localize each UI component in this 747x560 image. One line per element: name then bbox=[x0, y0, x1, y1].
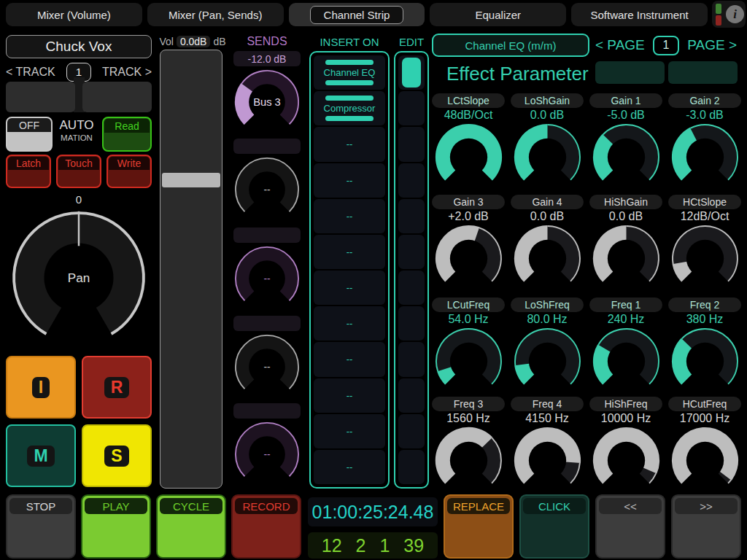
replace-button[interactable]: REPLACE bbox=[444, 494, 514, 559]
edit-cell[interactable] bbox=[398, 199, 425, 233]
send-knob[interactable]: -- bbox=[233, 245, 301, 312]
page-next-button[interactable] bbox=[668, 61, 738, 84]
param-value: 10000 Hz bbox=[589, 411, 662, 426]
bars-beats-display: 12 2 1 39 bbox=[308, 532, 438, 559]
stop-button[interactable]: STOP bbox=[6, 494, 76, 559]
effect-device-button[interactable]: Channel EQ (m/m) bbox=[432, 34, 589, 57]
insert-slot-empty[interactable]: -- bbox=[314, 199, 385, 233]
param-knob[interactable] bbox=[434, 122, 503, 192]
volume-fader-column: Vol 0.0dB dB bbox=[159, 35, 226, 48]
param-value: 4150 Hz bbox=[511, 411, 584, 426]
param-knob[interactable] bbox=[434, 426, 503, 495]
edit-column: EDIT bbox=[394, 35, 429, 48]
param-knob[interactable] bbox=[592, 224, 661, 293]
send-knob[interactable]: -- bbox=[233, 156, 301, 223]
edit-cell[interactable] bbox=[398, 127, 425, 161]
tab-equalizer[interactable]: Equalizer bbox=[430, 3, 566, 26]
automation-read-button[interactable]: Read bbox=[102, 117, 152, 152]
edit-cell[interactable] bbox=[398, 55, 425, 90]
insert-slot-compressor[interactable]: Compressor bbox=[314, 91, 385, 125]
param-knob[interactable] bbox=[670, 327, 740, 396]
insert-slot-channel-eq[interactable]: Channel EQ bbox=[314, 55, 385, 90]
tab-channel-strip[interactable]: Channel Strip bbox=[289, 3, 425, 26]
edit-cell[interactable] bbox=[398, 450, 425, 484]
param-knob[interactable] bbox=[592, 122, 661, 192]
param-value: 380 Hz bbox=[668, 312, 741, 327]
play-button[interactable]: PLAY bbox=[81, 494, 151, 559]
rewind-button[interactable]: << bbox=[595, 494, 665, 559]
input-monitor-button[interactable]: I bbox=[6, 356, 76, 419]
insert-on-bar bbox=[325, 60, 374, 65]
param-knob[interactable] bbox=[513, 426, 582, 495]
volume-fader-track[interactable] bbox=[160, 50, 222, 489]
edit-cell[interactable] bbox=[398, 342, 425, 376]
param-knob[interactable] bbox=[434, 224, 503, 293]
insert-slot-empty[interactable]: -- bbox=[314, 378, 385, 413]
insert-slot-empty[interactable]: -- bbox=[314, 306, 385, 341]
insert-slot-empty[interactable]: -- bbox=[314, 163, 385, 198]
edit-cell[interactable] bbox=[398, 271, 425, 305]
param-knob[interactable] bbox=[513, 224, 582, 293]
info-icon[interactable]: i bbox=[726, 5, 744, 23]
insert-column: INSERT ON Channel EQ Compressor -- -- --… bbox=[309, 35, 390, 48]
track-prev-button[interactable] bbox=[6, 82, 75, 112]
send-knob[interactable]: Bus 3 bbox=[233, 69, 301, 136]
solo-button[interactable]: S bbox=[82, 424, 152, 487]
automation-read-label: Read bbox=[104, 119, 150, 133]
green-level-bar bbox=[716, 4, 721, 14]
param-knob[interactable] bbox=[670, 122, 740, 192]
edit-cell[interactable] bbox=[398, 414, 425, 448]
forward-button[interactable]: >> bbox=[671, 494, 741, 559]
insert-slot-empty[interactable]: -- bbox=[314, 271, 385, 305]
insert-on-bar bbox=[325, 80, 374, 85]
edit-cell[interactable] bbox=[398, 378, 425, 413]
param-knob[interactable] bbox=[513, 122, 582, 192]
tab-mixer-pan-sends[interactable]: Mixer (Pan, Sends) bbox=[147, 3, 284, 26]
insert-slot-empty[interactable]: -- bbox=[314, 414, 385, 448]
page-prev-button[interactable] bbox=[595, 61, 665, 84]
status-tile: i bbox=[712, 1, 746, 28]
send-value-label bbox=[233, 139, 301, 154]
param-value: 0.0 dB bbox=[589, 209, 662, 224]
param-lctslope: LCtSlope 48dB/Oct bbox=[432, 93, 505, 192]
tab-mixer-volume[interactable]: Mixer (Volume) bbox=[6, 3, 142, 26]
param-knob[interactable] bbox=[592, 426, 661, 495]
track-name-button[interactable]: Chuck Vox bbox=[6, 35, 152, 58]
param-loshgain: LoShGain 0.0 dB bbox=[511, 93, 584, 192]
volume-fader-handle[interactable] bbox=[162, 173, 220, 187]
page-prev-label: < PAGE bbox=[595, 37, 645, 53]
param-loshfreq: LoShFreq 80.0 Hz bbox=[511, 298, 584, 396]
tab-software-instrument[interactable]: Software Instrument bbox=[571, 3, 708, 26]
automation-off-button[interactable]: OFF bbox=[6, 117, 53, 152]
record-enable-button[interactable]: R bbox=[82, 356, 152, 419]
param-knob[interactable] bbox=[513, 327, 582, 396]
edit-cell[interactable] bbox=[398, 235, 425, 269]
edit-cell[interactable] bbox=[398, 91, 425, 125]
track-next-button[interactable] bbox=[82, 82, 152, 112]
send-knob[interactable]: -- bbox=[233, 333, 301, 400]
pan-knob[interactable]: Pan bbox=[9, 209, 148, 347]
cycle-button[interactable]: CYCLE bbox=[156, 494, 226, 559]
param-value: 240 Hz bbox=[589, 312, 662, 327]
record-button[interactable]: RECORD bbox=[231, 494, 301, 559]
automation-latch-button[interactable]: Latch bbox=[6, 155, 51, 188]
param-name: Freq 1 bbox=[589, 298, 662, 312]
automation-write-button[interactable]: Write bbox=[107, 155, 152, 188]
insert-slot-empty[interactable]: -- bbox=[314, 127, 385, 161]
param-knob[interactable] bbox=[670, 224, 740, 293]
edit-cell[interactable] bbox=[398, 163, 425, 198]
param-knob[interactable] bbox=[592, 327, 661, 396]
automation-touch-button[interactable]: Touch bbox=[56, 155, 101, 188]
mute-button[interactable]: M bbox=[6, 424, 76, 487]
insert-slot-empty[interactable]: -- bbox=[314, 450, 385, 484]
send-knob[interactable]: -- bbox=[233, 421, 301, 488]
param-knob[interactable] bbox=[434, 327, 503, 396]
send-slot: -- bbox=[233, 228, 301, 312]
insert-slot-empty[interactable]: -- bbox=[314, 235, 385, 269]
edit-cell[interactable] bbox=[398, 306, 425, 341]
param-knob[interactable] bbox=[670, 426, 740, 495]
param-freq-1: Freq 1 240 Hz bbox=[589, 298, 662, 396]
volume-unit: dB bbox=[213, 36, 225, 47]
click-button[interactable]: CLICK bbox=[519, 494, 589, 559]
insert-slot-empty[interactable]: -- bbox=[314, 342, 385, 376]
